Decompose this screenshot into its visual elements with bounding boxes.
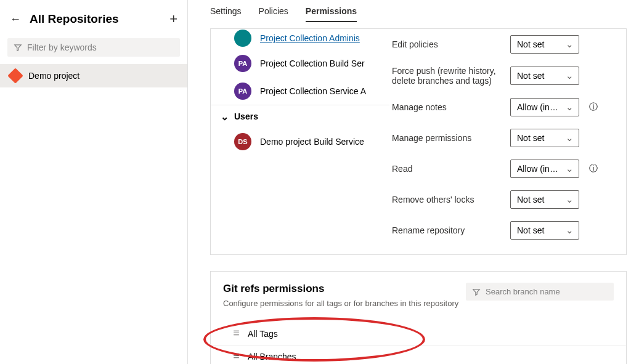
tab-settings[interactable]: Settings [210,6,242,22]
perm-label: Read [392,164,503,174]
identity-list: Project Collection Adminis PA Project Co… [211,29,389,254]
perm-row: Edit policies Not set ⓘ [392,29,598,60]
gitrefs-panel: Git refs permissions Configure permissio… [210,271,627,364]
filter-box[interactable] [7,38,180,57]
search-branch-box[interactable] [466,283,614,301]
ref-all-branches[interactable]: All Branches [211,345,626,364]
avatar-icon [234,30,251,47]
perm-row: Manage permissions Not set ⓘ [392,123,598,153]
search-branch-input[interactable] [486,287,608,296]
ref-label: All Branches [248,352,296,362]
repo-item-demo[interactable]: Demo project [0,64,187,87]
identity-label: Demo project Build Service [260,137,364,147]
perm-select[interactable]: Allow (in… [510,160,579,178]
avatar-icon: PA [234,83,251,100]
ref-all-tags[interactable]: All Tags [211,323,626,345]
repo-list: Demo project [0,64,187,87]
perm-row: Rename repository Not set ⓘ [392,215,598,246]
perm-row: Manage notes Allow (in… ⓘ [392,92,598,123]
users-label: Users [234,111,258,121]
back-arrow-icon[interactable]: ← [10,13,21,26]
sidebar-header: ← All Repositories + [0,0,187,36]
permission-list: Edit policies Not set ⓘ Force push (rewr… [389,29,606,254]
identity-label: Project Collection Build Ser [260,59,365,68]
tab-policies[interactable]: Policies [259,6,288,22]
info-icon[interactable]: ⓘ [589,163,598,174]
identity-row-build[interactable]: PA Project Collection Build Ser [211,49,389,77]
git-repo-icon [7,68,23,83]
identity-row[interactable]: Project Collection Adminis [211,29,389,49]
repo-name: Demo project [28,71,79,81]
perm-select[interactable]: Not set [510,221,579,240]
filter-input[interactable] [27,42,174,52]
sidebar: ← All Repositories + Demo project [0,0,188,364]
users-group-header[interactable]: Users [211,105,389,127]
branches-icon [232,352,242,362]
identity-row-service[interactable]: PA Project Collection Service A [211,77,389,105]
info-icon[interactable]: ⓘ [589,102,598,113]
perm-row: Read Allow (in… ⓘ [392,153,598,184]
identity-row-user[interactable]: DS Demo project Build Service [211,127,389,155]
identity-label: Project Collection Adminis [260,33,360,43]
filter-icon [472,288,481,296]
perm-label: Manage permissions [392,133,503,143]
add-repo-button[interactable]: + [169,11,177,27]
tab-permissions[interactable]: Permissions [306,6,357,22]
identity-label: Project Collection Service A [260,86,366,96]
ref-label: All Tags [248,329,278,339]
permissions-panel: Project Collection Adminis PA Project Co… [210,28,627,255]
avatar-icon: PA [234,55,251,72]
content-area: Settings Policies Permissions Project Co… [188,0,639,364]
perm-row: Force push (rewrite history, delete bran… [392,60,598,92]
perm-label: Edit policies [392,39,503,49]
perm-row: Remove others' locks Not set ⓘ [392,184,598,215]
gitrefs-title: Git refs permissions [223,283,458,295]
perm-select[interactable]: Not set [510,190,579,209]
perm-label: Rename repository [392,225,503,235]
tabs-bar: Settings Policies Permissions [210,0,639,22]
sidebar-title: All Repositories [30,12,161,26]
tags-icon [232,329,242,339]
avatar-icon: DS [234,133,251,150]
perm-select[interactable]: Not set [510,35,579,54]
refs-list: All Tags All Branches master Default Com… [211,323,626,364]
perm-label: Remove others' locks [392,195,503,204]
perm-select[interactable]: Not set [510,129,579,147]
perm-label: Manage notes [392,102,503,112]
perm-label: Force push (rewrite history, delete bran… [392,66,503,86]
gitrefs-subtitle: Configure permissions for all tags or fo… [223,299,458,308]
gitrefs-title-block: Git refs permissions Configure permissio… [223,283,458,308]
perm-select[interactable]: Not set [510,67,579,85]
perm-select[interactable]: Allow (in… [510,98,579,116]
gitrefs-header: Git refs permissions Configure permissio… [211,272,626,308]
filter-icon [14,43,22,52]
